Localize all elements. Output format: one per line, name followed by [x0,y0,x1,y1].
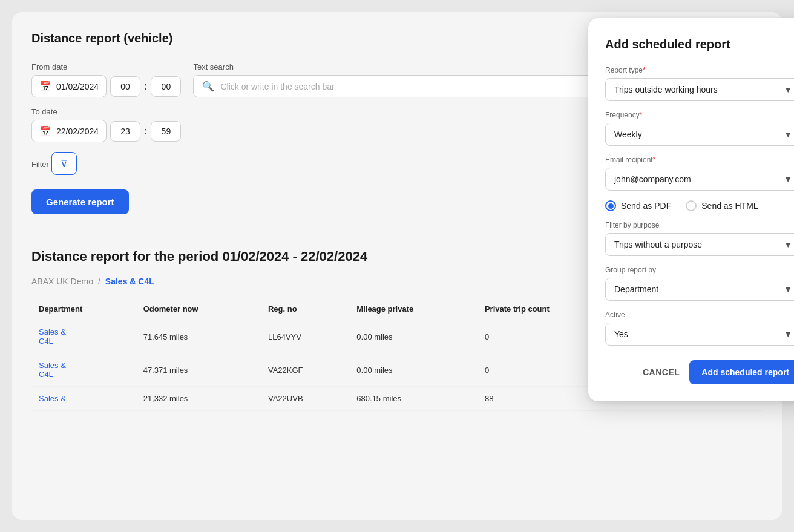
report-type-value: Trips outside working hours [614,85,718,94]
to-hour-input[interactable] [110,121,140,142]
frequency-label: Frequency* [605,111,794,119]
active-field: Active Yes ▼ [605,310,794,346]
chevron-down-icon: ▼ [784,240,792,249]
filter-purpose-label: Filter by purpose [605,221,794,229]
email-label: Email recipient* [605,156,794,164]
radio-html-label: Send as HTML [701,201,758,211]
chevron-down-icon: ▼ [784,130,792,139]
group-report-select[interactable]: Department ▼ [605,278,794,301]
email-value: john@company.com [614,174,691,184]
breadcrumb-separator: / [98,277,100,286]
to-date-label: To date [31,107,181,116]
search-icon: 🔍 [202,80,214,92]
reg-no-cell: LL64VYV [261,320,349,353]
to-date-group: To date 📅 22/02/2024 : [31,107,181,142]
radio-html-circle [686,200,697,211]
modal-title: Add scheduled report [605,38,794,51]
search-placeholder: Click or write in the search bar [220,82,334,91]
from-date-value: 01/02/2024 [56,82,99,91]
col-odometer: Odometer now [136,298,261,320]
from-minute-input[interactable] [151,76,181,97]
odometer-cell: 21,332 miles [136,387,261,411]
main-panel: Distance report (vehicle) From date 📅 01… [12,12,782,520]
radio-html[interactable]: Send as HTML [686,200,758,211]
chevron-down-icon: ▼ [784,284,792,294]
group-report-value: Department [614,284,658,294]
breadcrumb-parent: ABAX UK Demo [31,277,93,286]
col-department: Department [31,298,136,320]
radio-pdf-label: Send as PDF [621,201,671,211]
from-date-group: From date 📅 01/02/2024 : [31,62,181,97]
add-scheduled-report-button[interactable]: Add scheduled report [689,360,794,384]
breadcrumb-current[interactable]: Sales & C4L [105,277,154,286]
format-radio-group: Send as PDF Send as HTML [605,200,794,211]
odometer-cell: 71,645 miles [136,320,261,353]
frequency-select[interactable]: Weekly ▼ [605,123,794,146]
radio-pdf[interactable]: Send as PDF [605,200,671,211]
dept-link[interactable]: Sales & [39,394,66,403]
mileage-private-cell: 0.00 miles [349,353,477,387]
funnel-icon: ⊽ [61,158,68,169]
col-mileage-private: Mileage private [349,298,477,320]
radio-pdf-circle [605,200,616,211]
reg-no-cell: VA22UVB [261,387,349,411]
chevron-down-icon: ▼ [784,85,792,94]
dept-link[interactable]: Sales &C4L [39,361,66,379]
report-type-label: Report type* [605,66,794,74]
group-report-label: Group report by [605,266,794,274]
dept-link[interactable]: Sales &C4L [39,327,66,346]
cancel-button[interactable]: CANCEL [643,367,680,377]
reg-no-cell: VA22KGF [261,353,349,387]
from-date-label: From date [31,62,181,71]
filter-purpose-field: Filter by purpose Trips without a purpos… [605,221,794,256]
group-report-field: Group report by Department ▼ [605,266,794,301]
mileage-private-cell: 0.00 miles [349,320,477,353]
odometer-cell: 47,371 miles [136,353,261,387]
modal-footer: CANCEL Add scheduled report [605,360,794,384]
from-hour-input[interactable] [110,76,140,97]
active-select[interactable]: Yes ▼ [605,323,794,346]
filter-button[interactable]: ⊽ [51,152,77,175]
filter-purpose-value: Trips without a purpose [614,240,702,249]
frequency-field: Frequency* Weekly ▼ [605,111,794,146]
from-date-input[interactable]: 📅 01/02/2024 [31,75,107,97]
email-field: Email recipient* john@company.com ▼ [605,156,794,191]
report-type-select[interactable]: Trips outside working hours ▼ [605,78,794,101]
time-colon: : [144,81,147,92]
frequency-value: Weekly [614,130,642,139]
generate-report-button[interactable]: Generate report [31,189,129,214]
to-date-value: 22/02/2024 [56,126,99,136]
active-label: Active [605,310,794,319]
col-reg-no: Reg. no [261,298,349,320]
filter-purpose-select[interactable]: Trips without a purpose ▼ [605,233,794,256]
to-date-input[interactable]: 📅 22/02/2024 [31,120,107,142]
chevron-down-icon: ▼ [784,329,792,339]
calendar-icon: 📅 [39,80,51,92]
email-select[interactable]: john@company.com ▼ [605,168,794,191]
active-value: Yes [614,329,628,339]
modal-box: Add scheduled report Report type* Trips … [588,18,794,401]
chevron-down-icon: ▼ [784,174,792,184]
mileage-private-cell: 680.15 miles [349,387,477,411]
modal-overlay: Add scheduled report Report type* Trips … [588,12,794,520]
time-colon-to: : [144,126,147,137]
calendar-icon-to: 📅 [39,125,51,137]
filter-label: Filter [31,160,49,169]
to-minute-input[interactable] [151,121,181,142]
report-type-field: Report type* Trips outside working hours… [605,66,794,101]
